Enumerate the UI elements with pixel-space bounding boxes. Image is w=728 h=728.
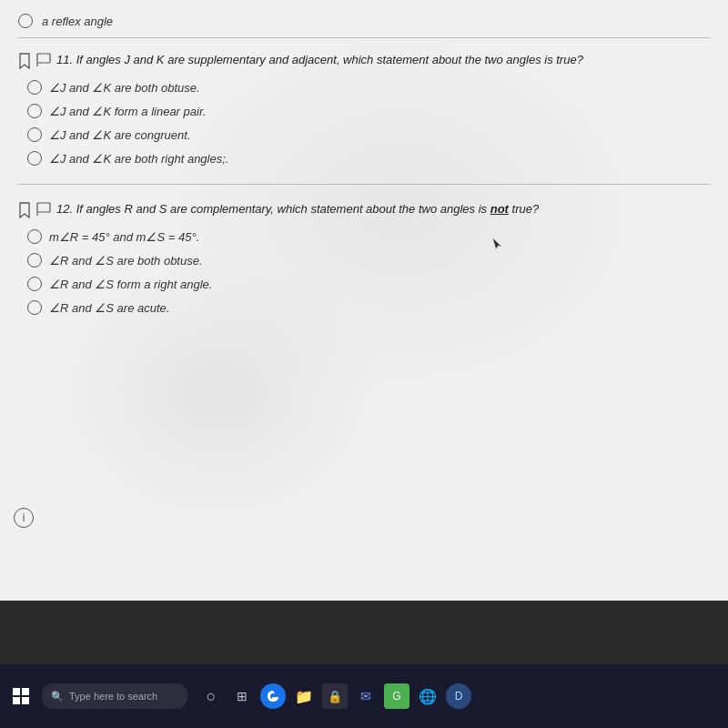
radio-button[interactable] [27, 127, 42, 142]
taskbar-icon-google[interactable]: 🌐 [415, 683, 440, 709]
radio-button[interactable] [18, 14, 33, 28]
flag-icon[interactable] [36, 53, 51, 67]
taskbar-icons: ○ ⊞ 📁 🔒 ✉ G 🌐 D [198, 683, 471, 709]
search-bar[interactable]: 🔍 Type here to search [42, 683, 187, 709]
q12-option-4[interactable]: ∠R and ∠S are acute. [27, 300, 710, 315]
taskbar-icon-green[interactable]: G [384, 683, 410, 709]
divider [18, 184, 710, 185]
taskbar-icon-circle[interactable]: ○ [198, 683, 224, 709]
taskbar-icon-game[interactable]: D [446, 683, 471, 709]
bookmark-icon-q12[interactable] [18, 202, 31, 218]
search-placeholder: Type here to search [69, 691, 157, 702]
svg-rect-2 [37, 203, 50, 212]
question-11-block: 11. If angles J and K are supplementary … [18, 52, 710, 166]
info-icon[interactable]: i [14, 508, 34, 528]
taskbar-icon-mail[interactable]: ✉ [353, 683, 379, 709]
q12-option-2[interactable]: ∠R and ∠S are both obtuse. [27, 253, 710, 268]
question-12-header: 12. If angles R and S are complementary,… [18, 201, 710, 218]
taskbar-icon-multitask[interactable]: ⊞ [229, 683, 255, 709]
q11-option-3[interactable]: ∠J and ∠K are congruent. [27, 127, 710, 142]
q12-option-3[interactable]: ∠R and ∠S form a right angle. [27, 277, 710, 291]
bookmark-icon[interactable] [18, 53, 31, 69]
q12-option-1[interactable]: m∠R = 45° and m∠S = 45°. [27, 229, 710, 244]
flag-icon-q12[interactable] [36, 202, 51, 217]
radio-button[interactable] [27, 253, 42, 268]
search-icon: 🔍 [51, 691, 64, 703]
question-11-header: 11. If angles J and K are supplementary … [18, 52, 710, 69]
radio-button[interactable] [27, 300, 42, 315]
question-11-options: ∠J and ∠K are both obtuse. ∠J and ∠K for… [18, 80, 710, 166]
q11-option-4[interactable]: ∠J and ∠K are both right angles;. [27, 151, 710, 166]
radio-button[interactable] [27, 277, 42, 291]
taskbar: 🔍 Type here to search ○ ⊞ 📁 🔒 ✉ G 🌐 D [0, 664, 728, 728]
svg-rect-0 [37, 54, 50, 63]
taskbar-icon-edge[interactable] [260, 683, 286, 709]
start-button[interactable] [7, 682, 35, 710]
q11-option-2[interactable]: ∠J and ∠K form a linear pair. [27, 104, 710, 118]
question-12-block: 12. If angles R and S are complementary,… [18, 201, 710, 315]
radio-button[interactable] [27, 80, 42, 95]
taskbar-icon-lock[interactable]: 🔒 [322, 683, 348, 709]
question-11-text: 11. If angles J and K are supplementary … [56, 52, 710, 68]
radio-button[interactable] [27, 104, 42, 118]
taskbar-icon-folder[interactable]: 📁 [291, 683, 317, 709]
top-option-row: a reflex angle [18, 9, 710, 38]
windows-logo [13, 688, 29, 704]
content-area: a reflex angle 11. If angles J and K are… [0, 0, 728, 601]
question-12-options: m∠R = 45° and m∠S = 45°. ∠R and ∠S are b… [18, 229, 710, 315]
q11-option-1[interactable]: ∠J and ∠K are both obtuse. [27, 80, 710, 95]
question-12-text: 12. If angles R and S are complementary,… [56, 201, 710, 217]
top-option-label: a reflex angle [42, 15, 113, 28]
radio-button[interactable] [27, 151, 42, 166]
radio-button[interactable] [27, 229, 42, 244]
